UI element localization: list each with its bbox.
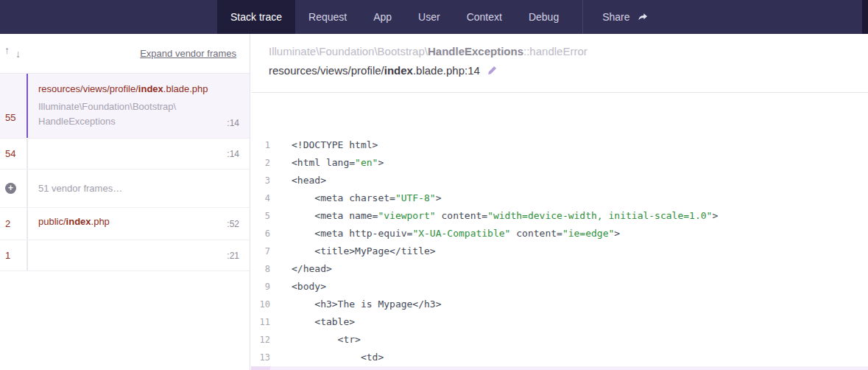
code-text: <title>MyPage</title> (270, 242, 436, 260)
file-prefix: resources/views/profile/ (269, 64, 384, 77)
code-line: 2<html lang="en"> (251, 154, 868, 172)
frame-gutter: 55 (0, 74, 27, 138)
frame-file-path: resources/views/profile/index.blade.php (38, 83, 239, 94)
line-number: 7 (251, 242, 270, 260)
stack-trace-sidebar: ↑ ↓ Expand vendor frames 55resources/vie… (0, 34, 250, 370)
code-line: 3<head> (251, 172, 868, 189)
frame-number: 55 (5, 112, 15, 123)
code-text: <!DOCTYPE html> (270, 136, 378, 154)
stack-frame-list: 55resources/views/profile/index.blade.ph… (0, 74, 250, 271)
vendor-frames-label: 51 vendor frames… (38, 183, 122, 194)
line-number: 14 (251, 366, 270, 370)
code-line: 10 <h3>The is Mypage</h3> (251, 296, 868, 313)
line-number: 3 (251, 172, 270, 189)
frame-gutter: 1 (0, 240, 27, 270)
tab-context[interactable]: Context (454, 0, 515, 34)
exception-handler-title: Illuminate\Foundation\Bootstrap\HandleEx… (269, 45, 850, 57)
line-number: 11 (251, 313, 270, 331)
frame-content: resources/views/profile/index.blade.phpI… (28, 74, 250, 138)
frame-number: 54 (5, 148, 15, 159)
nav-tabs: Stack traceRequestAppUserContextDebug (217, 0, 572, 34)
line-number: 2 (251, 154, 270, 172)
code-text: <meta http-equiv="X-UA-Compatible" conte… (270, 225, 620, 242)
code-line: 14 {{$informat}} (251, 366, 868, 370)
file-suffix: .blade.php:14 (413, 64, 480, 77)
frame-method: Illuminate\Foundation\Bootstrap\ HandleE… (38, 100, 176, 128)
tab-stack-trace[interactable]: Stack trace (217, 0, 295, 34)
stack-frame-row[interactable]: 54:14 (0, 139, 250, 170)
frame-number: 2 (5, 218, 10, 229)
share-icon (637, 11, 649, 23)
previous-frame-arrow-icon[interactable]: ↑ (4, 44, 10, 56)
line-number: 8 (251, 260, 270, 278)
code-text: <table> (270, 313, 355, 331)
code-text: <h3>The is Mypage</h3> (270, 296, 442, 313)
line-number: 12 (251, 331, 270, 349)
frame-content: :21 (28, 240, 250, 270)
share-button[interactable]: Share (582, 0, 663, 34)
tab-app[interactable]: App (360, 0, 405, 34)
tab-request[interactable]: Request (295, 0, 360, 34)
line-number: 13 (251, 349, 270, 366)
method-name: ::handleError (523, 45, 588, 57)
code-line: 5 <meta name="viewport" content="width=d… (251, 207, 868, 225)
file-path-title: resources/views/profile/index.blade.php:… (269, 64, 850, 77)
class-name: HandleExceptions (428, 45, 523, 57)
line-number: 9 (251, 278, 270, 296)
frame-content: public/index.php:52 (28, 208, 250, 240)
code-line: 13 <td> (251, 349, 868, 366)
line-number: 10 (251, 296, 270, 313)
expand-vendor-frames-link[interactable]: Expand vendor frames (140, 48, 236, 59)
code-text: <td> (270, 349, 384, 366)
stack-frame-row[interactable]: 2public/index.php:52 (0, 208, 250, 240)
class-prefix: Illuminate\Foundation\Bootstrap\ (269, 45, 428, 57)
line-number: 6 (251, 225, 270, 242)
frame-gutter: 54 (0, 139, 27, 169)
code-line: 4 <meta charset="UTF-8"> (251, 189, 868, 207)
line-number: 5 (251, 207, 270, 225)
frame-line-number: :52 (227, 219, 239, 229)
code-line: 7 <title>MyPage</title> (251, 242, 868, 260)
frame-line-number: :14 (227, 149, 239, 159)
code-line: 1<!DOCTYPE html> (251, 136, 868, 154)
stack-frame-row[interactable]: 55resources/views/profile/index.blade.ph… (0, 74, 250, 139)
frame-nav-arrows: ↑ ↓ (4, 48, 21, 60)
main-panel: Illuminate\Foundation\Bootstrap\HandleEx… (251, 34, 868, 370)
plus-circle-icon[interactable]: + (5, 183, 16, 194)
frame-line-number: :14 (227, 118, 239, 128)
sidebar-toolbar: ↑ ↓ Expand vendor frames (0, 34, 250, 74)
line-number: 4 (251, 189, 270, 207)
frame-content: 51 vendor frames… (28, 170, 250, 207)
frame-gutter: 2 (0, 208, 27, 240)
frame-number: 1 (5, 250, 10, 261)
tab-debug[interactable]: Debug (515, 0, 572, 34)
tab-user[interactable]: User (405, 0, 454, 34)
code-viewer: 1<!DOCTYPE html>2<html lang="en">3<head>… (251, 127, 868, 370)
code-text: {{$informat}} (270, 366, 459, 370)
share-label: Share (602, 11, 629, 23)
pencil-icon[interactable] (487, 65, 498, 76)
code-line: 8</head> (251, 260, 868, 278)
code-text: <head> (270, 172, 326, 189)
code-line: 12 <tr> (251, 331, 868, 349)
code-text: <tr> (270, 331, 361, 349)
code-text: </head> (270, 260, 332, 278)
frame-header: Illuminate\Foundation\Bootstrap\HandleEx… (251, 34, 868, 93)
file-name: index (384, 64, 413, 77)
top-navbar: Stack traceRequestAppUserContextDebug Sh… (0, 0, 868, 34)
code-text: <meta name="viewport" content="width=dev… (270, 207, 718, 225)
scrollbar-thumb[interactable] (862, 0, 868, 34)
frame-gutter: + (0, 170, 27, 207)
code-text: <html lang="en"> (270, 154, 384, 172)
code-line: 9<body> (251, 278, 868, 296)
line-number: 1 (251, 136, 270, 154)
stack-frame-row[interactable]: 1:21 (0, 240, 250, 271)
frame-line-number: :21 (227, 251, 239, 261)
vendor-frames-row[interactable]: +51 vendor frames… (0, 170, 250, 208)
frame-content: :14 (28, 139, 250, 169)
next-frame-arrow-icon[interactable]: ↓ (15, 48, 21, 60)
frame-file-path: public/index.php (38, 216, 110, 227)
code-line: 6 <meta http-equiv="X-UA-Compatible" con… (251, 225, 868, 242)
code-line: 11 <table> (251, 313, 868, 331)
code-text: <meta charset="UTF-8"> (270, 189, 442, 207)
